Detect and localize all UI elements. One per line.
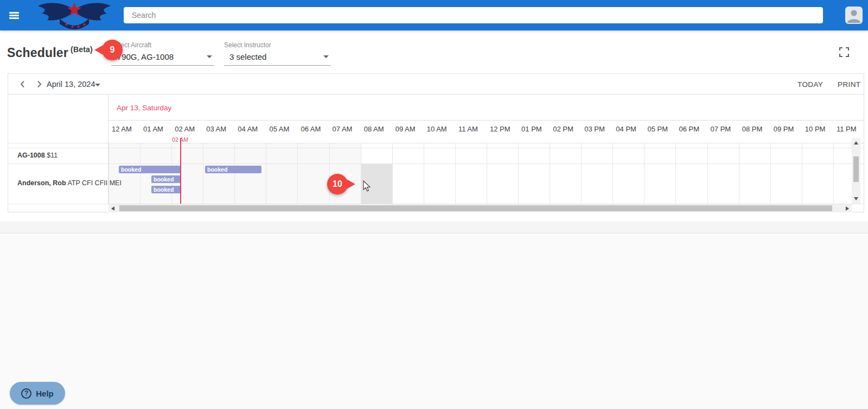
help-button[interactable]: ? Help	[10, 382, 65, 405]
time-header-row: 12 AM01 AM02 AM03 AM04 AM05 AM06 AM07 AM…	[108, 121, 864, 143]
grid-column-line	[392, 143, 393, 204]
booking-event[interactable]: booked	[119, 166, 181, 173]
chevron-down-icon	[95, 84, 100, 86]
user-avatar[interactable]	[845, 7, 863, 24]
hour-label: 12 AM	[112, 125, 132, 133]
svg-text:★: ★	[64, 22, 68, 27]
hour-label: 02 PM	[553, 125, 573, 133]
hour-label: 11 AM	[458, 125, 478, 133]
resource-label: Anderson, Rob ATP CFI CFII MEI	[17, 179, 122, 187]
hovered-time-slot[interactable]	[361, 163, 392, 204]
grid-column-line	[833, 143, 834, 204]
help-button-label: Help	[36, 389, 54, 398]
grid-column-line	[487, 143, 487, 204]
menu-icon[interactable]	[7, 9, 21, 22]
aircraft-select[interactable]: Select Aircraft N790G, AG-1008	[111, 41, 214, 66]
booking-event[interactable]: booked	[205, 166, 261, 173]
svg-text:★: ★	[82, 22, 86, 27]
day-header-label: Apr 13, Saturday	[117, 104, 171, 112]
hour-label: 05 PM	[647, 125, 668, 133]
page-lower-area	[0, 234, 868, 409]
date-picker[interactable]: April 13, 2024	[47, 80, 95, 89]
grid-column-line	[297, 143, 298, 204]
chevron-down-icon	[207, 55, 212, 58]
annotation-step-badge: 9	[102, 40, 123, 60]
hour-label: 08 PM	[742, 125, 763, 133]
instructor-select-label: Select Instructor	[224, 41, 331, 49]
grid-column-shaded	[297, 143, 329, 204]
day-header: Apr 13, Saturday	[108, 95, 864, 121]
today-button[interactable]: TODAY	[797, 80, 823, 89]
hour-label: 11 PM	[837, 125, 857, 133]
grid-row-line	[8, 143, 864, 143]
svg-text:★: ★	[70, 24, 74, 29]
hour-label: 02 AM	[175, 125, 195, 133]
booking-event[interactable]: booked	[151, 175, 181, 183]
current-time-line	[180, 138, 181, 204]
instructor-select[interactable]: Select Instructor 3 selected	[224, 41, 331, 66]
resource-label: AG-1008 $11	[17, 152, 58, 159]
hour-label: 04 AM	[238, 125, 258, 133]
question-mark-icon: ?	[21, 388, 31, 399]
hour-label: 06 AM	[301, 125, 321, 133]
grid-column-line	[424, 143, 424, 204]
search-field	[124, 7, 823, 23]
grid-column-line	[612, 143, 613, 204]
booking-event[interactable]: booked	[151, 186, 181, 193]
vertical-scrollbar[interactable]	[852, 138, 860, 204]
hour-label: 07 PM	[711, 125, 731, 133]
scheduler-panel: April 13, 2024 TODAY PRINT Apr 13, Satur…	[8, 73, 864, 212]
grid-column-shaded	[171, 143, 203, 204]
aircraft-select-label: Select Aircraft	[111, 41, 214, 49]
grid-column-line	[171, 143, 172, 204]
horizontal-scroll-thumb[interactable]	[119, 205, 832, 211]
fullscreen-icon[interactable]	[838, 46, 850, 58]
calendar-toolbar: April 13, 2024 TODAY PRINT	[8, 74, 864, 95]
grid-column-line	[140, 143, 141, 204]
company-logo: ★★★★	[34, 0, 115, 30]
grid-column-line	[455, 143, 456, 204]
vertical-scroll-thumb[interactable]	[853, 156, 859, 182]
grid-column-shaded	[234, 143, 266, 204]
grid-column-line	[108, 143, 109, 204]
hour-label: 05 AM	[269, 125, 289, 133]
hour-label: 03 PM	[584, 125, 605, 133]
horizontal-scrollbar[interactable]	[108, 204, 852, 212]
grid-column-line	[644, 143, 644, 204]
grid-column-line	[675, 143, 676, 204]
grid-column-shaded	[108, 143, 140, 204]
print-button[interactable]: PRINT	[838, 80, 861, 89]
grid-column-line	[707, 143, 708, 204]
next-day-button[interactable]	[34, 79, 44, 89]
grid-row-line	[8, 148, 864, 148]
resource-column-divider	[108, 95, 108, 204]
grid-column-line	[234, 143, 235, 204]
svg-text:★: ★	[76, 24, 80, 29]
hour-label: 10 PM	[805, 125, 826, 133]
hour-label: 09 AM	[395, 125, 416, 133]
hour-label: 12 PM	[490, 125, 510, 133]
hour-label: 09 PM	[774, 125, 794, 133]
scroll-right-icon[interactable]	[846, 206, 849, 211]
grid-column-shaded	[140, 143, 171, 204]
scroll-up-icon[interactable]	[854, 141, 858, 144]
search-input[interactable]	[124, 7, 823, 23]
grid-column-shaded	[266, 143, 297, 204]
hour-label: 03 AM	[206, 125, 226, 133]
chevron-down-icon	[323, 55, 329, 58]
hour-label: 08 AM	[364, 125, 384, 133]
scroll-down-icon[interactable]	[854, 197, 858, 200]
hour-label: 10 AM	[427, 125, 447, 133]
grid-column-line	[550, 143, 550, 204]
beta-badge: (Beta)	[71, 45, 93, 54]
grid-column-line	[266, 143, 266, 204]
grid-row-line	[8, 163, 864, 164]
grid-column-line	[802, 143, 802, 204]
grid-column-line	[329, 143, 330, 204]
hour-label: 07 AM	[333, 125, 353, 133]
hour-label: 01 PM	[521, 125, 542, 133]
scroll-left-icon[interactable]	[111, 206, 114, 211]
prev-day-button[interactable]	[18, 79, 28, 89]
grid-column-line	[518, 143, 519, 204]
calendar-grid: Apr 13, Saturday 12 AM01 AM02 AM03 AM04 …	[8, 95, 864, 212]
